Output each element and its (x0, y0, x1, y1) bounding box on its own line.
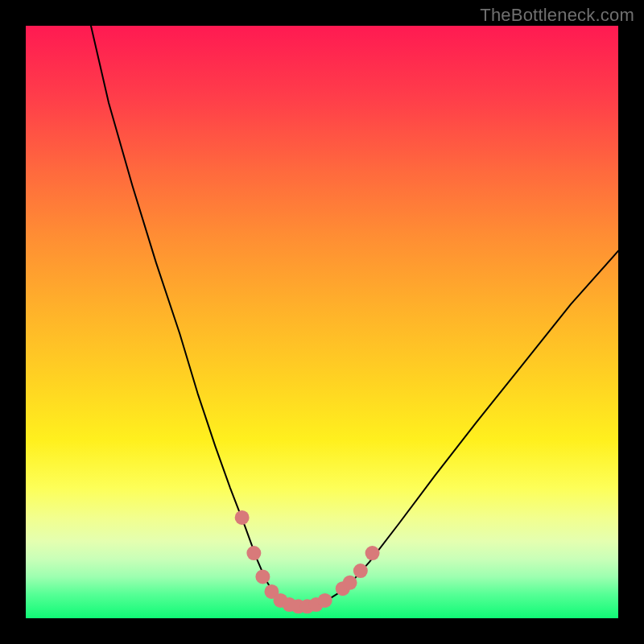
curve-marker (235, 510, 250, 525)
curve-marker (246, 546, 261, 560)
watermark-text: TheBottleneck.com (480, 5, 634, 26)
chart-svg (26, 26, 618, 618)
curve-markers (235, 510, 380, 613)
chart-frame: TheBottleneck.com (0, 0, 644, 644)
curve-marker (255, 569, 270, 584)
chart-plot-area (26, 26, 618, 618)
curve-marker (353, 564, 368, 578)
bottleneck-curve (91, 26, 618, 606)
curve-marker (343, 576, 357, 590)
curve-marker (318, 593, 332, 608)
curve-marker (365, 546, 380, 560)
